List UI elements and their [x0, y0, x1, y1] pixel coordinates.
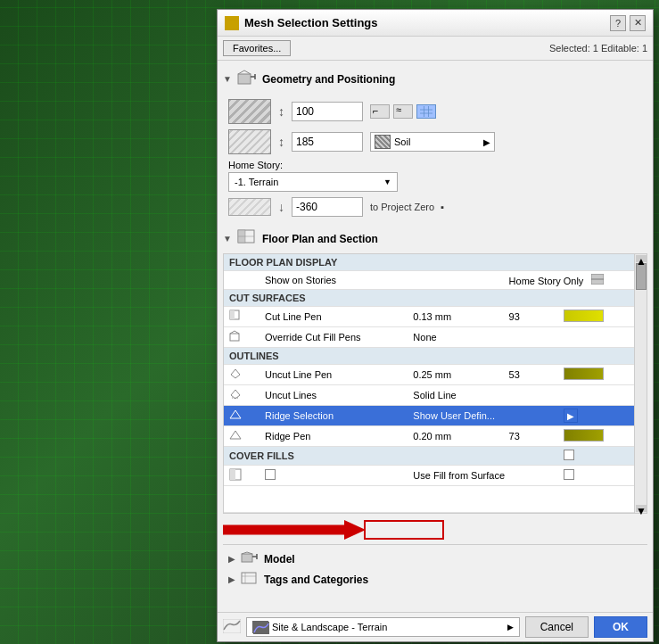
bottom-collapsed-area: ▶ Model ▶ Tags and Categories: [223, 544, 647, 593]
ridge-pen-num: 73: [504, 426, 558, 447]
table-row: Show on Stories Home Story Only: [224, 271, 647, 290]
svg-rect-27: [253, 622, 269, 634]
dialog-title: Mesh Selection Settings: [244, 16, 378, 29]
svg-rect-15: [230, 310, 235, 319]
floor-plan-section-title: Floor Plan and Section: [262, 233, 378, 245]
project-zero-input[interactable]: -360: [292, 197, 363, 217]
svg-rect-20: [242, 554, 252, 562]
show-stories-icon: [591, 276, 604, 286]
uncut-line-pen-box[interactable]: [564, 367, 604, 380]
table-row-selected[interactable]: Ridge Selection Show User Defin... ▶: [224, 406, 647, 426]
red-arrow-annotation: [223, 520, 444, 540]
hash-icon: ▪: [441, 202, 444, 212]
table-row: Ridge Pen 0.20 mm 73: [224, 426, 647, 447]
geometry-section-title: Geometry and Positioning: [262, 73, 395, 86]
favorites-button[interactable]: Favorites...: [223, 40, 291, 56]
ridge-pen-label: Ridge Pen: [247, 426, 408, 447]
ridge-selection-label: Ridge Selection: [247, 406, 408, 426]
ridge-pen-box[interactable]: [564, 429, 604, 442]
project-zero-icon: [228, 198, 271, 216]
height-input[interactable]: 100: [292, 102, 363, 121]
model-icon: [241, 551, 259, 566]
uncut-lines-icon-cell: [224, 385, 247, 406]
override-cut-icon: [229, 334, 242, 344]
ridge-pen-icon: [229, 433, 242, 443]
title-bar-left: Mesh Selection Settings: [225, 16, 378, 30]
geometry-section-header: ▼ Geometry and Positioning: [223, 70, 647, 88]
scroll-arrow-down[interactable]: ▼: [636, 505, 647, 512]
help-button[interactable]: ?: [610, 15, 626, 31]
red-arrow-container: [223, 517, 647, 544]
footer: Site & Landscape - Terrain ▶ Cancel OK: [218, 612, 653, 641]
floor-plan-collapse-triangle[interactable]: ▼: [223, 234, 232, 244]
outlines-header: OUTLINES: [224, 348, 647, 365]
grid-icon[interactable]: [416, 104, 436, 119]
story-text: -1. Terrain: [235, 177, 278, 187]
geo-row-2: ↕ 185 Soil ▶: [228, 129, 642, 154]
cover-fills-header: COVER FILLS: [224, 447, 558, 466]
svg-rect-16: [230, 334, 239, 341]
tags-collapse-triangle[interactable]: ▶: [228, 574, 235, 584]
row-indent: [224, 271, 247, 290]
use-fill-icon: [229, 472, 242, 483]
scrollbar[interactable]: ▲ ▼: [634, 254, 647, 513]
uncut-lines-icon: [229, 392, 242, 402]
override-cut-label: Override Cut Fill Pens: [247, 327, 408, 348]
model-collapse-triangle[interactable]: ▶: [228, 554, 235, 564]
use-fill-checkbox[interactable]: [265, 469, 276, 480]
mesh-preview-2: [228, 129, 271, 154]
table-row: OUTLINES: [224, 348, 647, 365]
table-row: CUT SURFACES: [224, 290, 647, 307]
home-story-label: Home Story:: [228, 160, 642, 170]
floor-plan-table: FLOOR PLAN DISPLAY Show on Stories Home …: [224, 254, 647, 513]
main-content: ▼ Geometry and Positioning ↕ 100: [218, 61, 653, 612]
site-dropdown-arrow: ▶: [507, 623, 514, 632]
svg-rect-19: [230, 469, 235, 480]
cut-line-pen-box[interactable]: [564, 310, 604, 322]
row-icon-cell: [224, 307, 247, 327]
show-on-stories-value: Home Story Only: [504, 271, 647, 290]
uncut-lines-value: Solid Line: [408, 385, 647, 406]
cover-fills-checkbox[interactable]: [564, 450, 574, 460]
svg-rect-4: [420, 106, 432, 117]
svg-rect-1: [238, 74, 251, 84]
use-fill-icon-cell: [224, 466, 247, 486]
site-dropdown[interactable]: Site & Landscape - Terrain ▶: [246, 617, 520, 637]
geo-icons-row: [370, 104, 436, 119]
soil-dropdown[interactable]: Soil ▶: [370, 132, 495, 152]
mesh-preview-1: [228, 99, 271, 124]
uncut-line-pen-label: Uncut Line Pen: [247, 365, 408, 385]
close-button[interactable]: ✕: [630, 15, 646, 31]
wave-icon-1[interactable]: [393, 104, 413, 119]
use-fill-value-checkbox[interactable]: [564, 469, 574, 480]
cancel-button[interactable]: Cancel: [525, 616, 589, 638]
elevation-input[interactable]: 185: [292, 132, 363, 152]
floor-plan-display-header: FLOOR PLAN DISPLAY: [224, 254, 647, 271]
ridge-selection-icon: [229, 412, 242, 423]
table-row: Uncut Lines Solid Line: [224, 385, 647, 406]
cut-line-pen-value: 0.13 mm: [408, 307, 503, 327]
geo-row-1: ↕ 100: [228, 99, 642, 124]
footer-buttons: Cancel OK: [525, 616, 647, 638]
ridge-selection-arrow[interactable]: ▶: [564, 409, 578, 423]
red-rect-annotation: [364, 520, 444, 540]
uncut-line-icon-cell: [224, 365, 247, 385]
uncut-lines-label: Uncut Lines: [247, 385, 408, 406]
geometry-collapse-triangle[interactable]: ▼: [223, 74, 232, 84]
tags-row: ▶ Tags and Categories: [228, 569, 642, 590]
home-story-dropdown[interactable]: -1. Terrain ▼: [228, 172, 398, 192]
table-row: FLOOR PLAN DISPLAY: [224, 254, 647, 271]
empty-row: [224, 486, 647, 513]
show-on-stories-label: Show on Stories: [247, 271, 504, 290]
ok-button[interactable]: OK: [594, 616, 647, 638]
ridge-pen-value: 0.20 mm: [408, 426, 503, 447]
uncut-line-pen-num: 53: [504, 365, 558, 385]
geo-row-story: -1. Terrain ▼: [228, 172, 642, 192]
height-arrow-icon: ↕: [278, 104, 284, 119]
project-zero-arrow-icon: ↓: [278, 200, 284, 214]
cut-line-pen-icon: [229, 313, 242, 324]
site-dropdown-icon: [252, 621, 268, 633]
scroll-arrow-up[interactable]: ▲: [636, 255, 647, 262]
use-fill-label: Use Fill from Surface: [408, 466, 558, 486]
line-icon-1[interactable]: [370, 104, 390, 119]
